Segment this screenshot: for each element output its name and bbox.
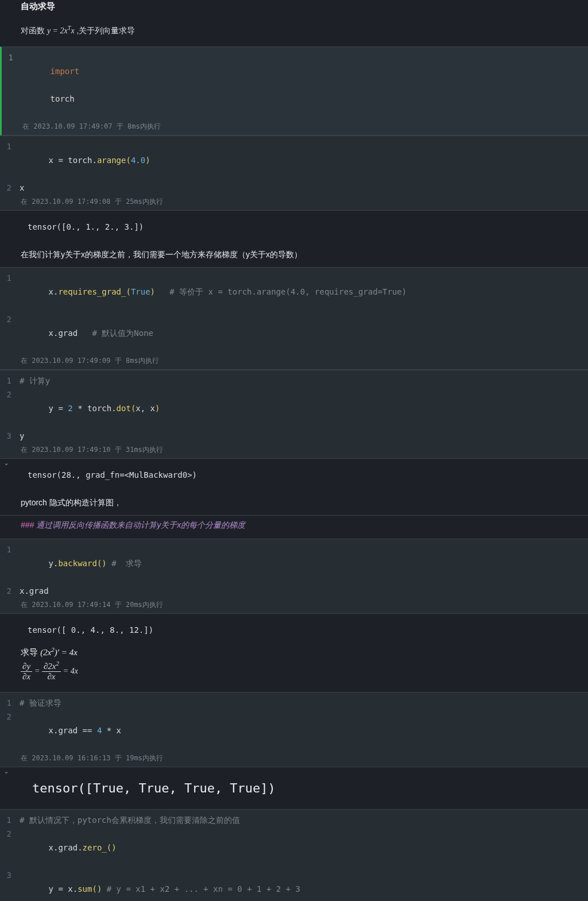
- code-text: (: [107, 843, 111, 852]
- line-number: 3: [0, 868, 16, 901]
- intro-pre: 对函数: [21, 26, 47, 35]
- md-hash: ###: [21, 520, 34, 529]
- chevron-down-icon[interactable]: ⌄: [3, 459, 9, 467]
- code-text: =: [58, 404, 68, 413]
- intro-post: ,关于列向量求导: [76, 26, 135, 35]
- exec-timestamp: 在 2023.10.09 17:49:14 于 20ms内执行: [0, 598, 588, 613]
- exec-timestamp: 在 2023.10.09 16:16:13 于 19ms内执行: [0, 751, 588, 767]
- code-text: torch.: [68, 156, 97, 165]
- math-label: 求导: [21, 647, 40, 657]
- exec-timestamp: 在 2023.10.09 17:49:07 于 8ms内执行: [2, 119, 588, 135]
- code-comment: # 默认值为None: [92, 328, 153, 338]
- code-comment: # 求导: [111, 559, 142, 568]
- code-text: x.grad.: [49, 843, 83, 852]
- page-title: 自动求导: [0, 0, 588, 22]
- intro-expr: y = 2xTx: [47, 26, 75, 35]
- line-number: 3: [0, 429, 16, 443]
- line-number: 2: [0, 181, 16, 195]
- code-text: x, x: [136, 404, 155, 413]
- code-cell-5[interactable]: 1 y.backward() # 求导 2 x.grad 在 2023.10.0…: [0, 539, 588, 614]
- chevron-down-icon[interactable]: ⌄: [3, 767, 9, 775]
- cell-output-2: tensor(28., grad_fn=<MulBackward0>): [0, 459, 588, 491]
- code-text: ): [155, 404, 160, 413]
- math-block: 求导 (2x2)′ = 4x: [0, 646, 588, 659]
- module-name: torch: [51, 94, 75, 103]
- line-number: 1: [0, 271, 16, 312]
- code-func: dot: [117, 404, 131, 413]
- code-func: sum: [78, 884, 92, 894]
- code-text: =: [58, 884, 68, 894]
- cell-output-1: tensor([0., 1., 2., 3.]): [0, 211, 588, 243]
- keyword-import: import: [51, 67, 80, 76]
- code-text: ): [150, 287, 155, 296]
- exec-timestamp: 在 2023.10.09 17:49:08 于 25ms内执行: [0, 195, 588, 210]
- code-func: backward: [58, 559, 96, 568]
- code-text: ): [145, 156, 150, 165]
- code-text: [155, 287, 169, 296]
- line-number: 1: [0, 374, 16, 388]
- code-text: =: [58, 156, 68, 165]
- code-text: y.: [49, 559, 59, 568]
- code-text: x.grad: [49, 328, 78, 338]
- code-cell-6[interactable]: 1 # 验证求导 2 x.grad == 4 * x 在 2023.10.09 …: [0, 692, 588, 767]
- line-number: 1: [0, 543, 16, 584]
- code-text: * torch.: [73, 404, 117, 413]
- code-comment: # 默认情况下，pytorch会累积梯度，我们需要清除之前的值: [20, 815, 240, 825]
- line-number: 1: [0, 813, 16, 827]
- code-text: ): [102, 559, 106, 568]
- code-text: x.: [68, 884, 78, 894]
- code-func: arange: [97, 156, 126, 165]
- code-cell-3[interactable]: 1 x.requires_grad_(True) # 等价于 x = torch…: [0, 267, 588, 370]
- code-text: x.grad: [49, 726, 83, 735]
- code-number: 2: [68, 404, 72, 413]
- paragraph-1: 在我们计算y关于x的梯度之前，我们需要一个地方来存储梯度（y关于x的导数）: [0, 243, 588, 267]
- markdown-heading: ### 通过调用反向传播函数来自动计算y关于x的每个分量的梯度: [0, 515, 588, 539]
- code-text: [102, 884, 106, 894]
- code-text: y: [49, 404, 59, 413]
- code-cell-2[interactable]: 1 x = torch.arange(4.0) 2 x 在 2023.10.09…: [0, 136, 588, 211]
- code-func: zero_: [83, 843, 107, 852]
- code-text: x.grad: [16, 584, 588, 598]
- code-number: 4.0: [131, 156, 145, 165]
- code-text: y: [49, 884, 59, 894]
- exec-timestamp: 在 2023.10.09 17:49:09 于 8ms内执行: [0, 354, 588, 369]
- math-block-2: ∂y∂x = ∂2x2∂x = 4x: [0, 659, 588, 692]
- cell-output-3: tensor([ 0., 4., 8., 12.]): [0, 614, 588, 646]
- code-text: y: [16, 429, 588, 443]
- code-text: ==: [83, 726, 97, 735]
- code-text: x: [49, 156, 59, 165]
- line-number: 2: [0, 710, 16, 751]
- code-bool: True: [131, 287, 150, 296]
- code-comment: # 验证求导: [20, 698, 61, 707]
- line-number: 2: [0, 312, 16, 354]
- code-func: requires_grad_: [58, 287, 126, 296]
- code-text: ): [111, 843, 116, 852]
- code-comment: # 等价于 x = torch.arange(4.0, requires_gra…: [169, 287, 407, 296]
- code-text: [107, 559, 111, 568]
- line-number: 1: [2, 51, 18, 119]
- line-number: 2: [0, 388, 16, 429]
- code-comment: # y = x1 + x2 + ... + xn = 0 + 1 + 2 + 3: [107, 884, 300, 894]
- line-number: 1: [0, 696, 16, 710]
- code-text: x: [16, 181, 588, 195]
- md-text: 通过调用反向传播函数来自动计算y关于x的每个分量的梯度: [34, 520, 245, 529]
- code-cell-1[interactable]: 1 import torch 在 2023.10.09 17:49:07 于 8…: [0, 47, 588, 136]
- paragraph-2: pytorch 隐式的构造计算图，: [0, 491, 588, 515]
- code-cell-7[interactable]: 1 # 默认情况下，pytorch会累积梯度，我们需要清除之前的值 2 x.gr…: [0, 809, 588, 901]
- code-text: [78, 328, 92, 338]
- code-text: x.: [49, 287, 59, 296]
- line-number: 1: [0, 140, 16, 181]
- intro-text: 对函数 y = 2xTx ,关于列向量求导: [0, 22, 588, 47]
- code-cell-4[interactable]: 1 # 计算y 2 y = 2 * torch.dot(x, x) 3 y 在 …: [0, 370, 588, 459]
- code-text: * x: [102, 726, 121, 735]
- line-number: 2: [0, 827, 16, 868]
- cell-output-4: tensor([True, True, True, True]): [0, 767, 588, 809]
- line-number: 2: [0, 584, 16, 598]
- code-text: (: [126, 156, 130, 165]
- code-comment: # 计算y: [20, 376, 50, 385]
- exec-timestamp: 在 2023.10.09 17:49:10 于 31ms内执行: [0, 443, 588, 458]
- code-text: (: [92, 884, 96, 894]
- code-text: (: [126, 287, 130, 296]
